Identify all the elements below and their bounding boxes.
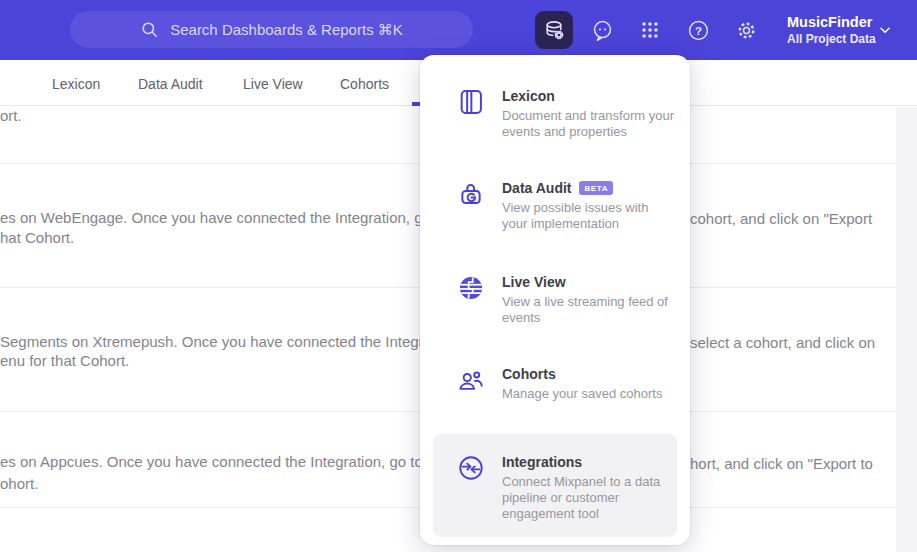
- chevron-down-icon[interactable]: [877, 22, 893, 38]
- menu-item-description: View a live streaming feed of events: [502, 294, 677, 326]
- menu-item-title: Cohorts: [502, 366, 556, 382]
- help-button[interactable]: ?: [679, 11, 717, 49]
- data-management-button[interactable]: [535, 11, 573, 49]
- project-subtitle: All Project Data: [787, 33, 876, 47]
- top-navigation-bar: Search Dashboards & Reports ⌘K: [0, 0, 917, 60]
- menu-item-description: Manage your saved cohorts: [502, 386, 662, 402]
- menu-item-description: Connect Mixpanel to a data pipeline or c…: [502, 474, 677, 522]
- menu-item-cohorts[interactable]: Cohorts Manage your saved cohorts: [433, 366, 677, 402]
- data-management-dropdown: Lexicon Document and transform your even…: [420, 55, 690, 545]
- gear-icon: [735, 19, 758, 42]
- project-name: MusicFinder: [787, 14, 876, 31]
- settings-button[interactable]: [727, 11, 765, 49]
- menu-item-title: Data Audit: [502, 180, 571, 196]
- row-text-fragment: es on Appcues. Once you have connected t…: [0, 453, 464, 470]
- help-question-icon: ?: [687, 19, 710, 42]
- lexicon-book-icon: [457, 88, 485, 116]
- row-text-fragment: hat Cohort.: [0, 229, 74, 246]
- tab-live-view[interactable]: Live View: [243, 76, 303, 92]
- project-selector[interactable]: MusicFinder All Project Data: [787, 14, 876, 46]
- row-text-fragment: es on WebEngage. Once you have connected…: [0, 209, 473, 226]
- row-text-fragment: hort, and click on "Export to: [690, 455, 873, 472]
- live-view-globe-icon: [457, 274, 485, 302]
- row-text-fragment: cohort, and click on "Export: [690, 210, 872, 227]
- tab-lexicon[interactable]: Lexicon: [52, 76, 100, 92]
- cohorts-people-icon: [457, 366, 485, 394]
- beta-badge: BETA: [579, 181, 613, 195]
- menu-item-description: Document and transform your events and p…: [502, 108, 677, 140]
- search-placeholder: Search Dashboards & Reports ⌘K: [170, 21, 403, 39]
- integrations-sync-icon: [457, 454, 485, 482]
- svg-text:?: ?: [694, 24, 701, 36]
- row-text-fragment: ohort.: [0, 475, 38, 492]
- menu-item-live-view[interactable]: Live View View a live streaming feed of …: [433, 274, 677, 326]
- apps-grid-icon: [639, 19, 661, 41]
- menu-item-title: Integrations: [502, 454, 582, 470]
- search-input[interactable]: Search Dashboards & Reports ⌘K: [70, 11, 473, 48]
- menu-item-integrations[interactable]: Integrations Connect Mixpanel to a data …: [433, 434, 677, 537]
- apps-grid-button[interactable]: [631, 11, 669, 49]
- tab-cohorts[interactable]: Cohorts: [340, 76, 389, 92]
- data-audit-lock-icon: [457, 180, 485, 208]
- row-text-fragment: ort.: [0, 107, 22, 124]
- row-text-fragment: select a cohort, and click on: [690, 334, 875, 351]
- feedback-chat-icon: [591, 19, 614, 42]
- database-gear-icon: [542, 18, 567, 43]
- tab-data-audit[interactable]: Data Audit: [138, 76, 203, 92]
- row-text-fragment: Segments on Xtremepush. Once you have co…: [0, 333, 460, 350]
- menu-item-lexicon[interactable]: Lexicon Document and transform your even…: [433, 88, 677, 140]
- menu-item-data-audit[interactable]: Data Audit BETA View possible issues wit…: [433, 180, 677, 232]
- page-gutter: [896, 107, 917, 552]
- search-icon: [140, 20, 159, 39]
- menu-item-title: Lexicon: [502, 88, 555, 104]
- row-text-fragment: enu for that Cohort.: [0, 352, 129, 369]
- feedback-button[interactable]: [583, 11, 621, 49]
- menu-item-description: View possible issues with your implement…: [502, 200, 677, 232]
- menu-item-title: Live View: [502, 274, 566, 290]
